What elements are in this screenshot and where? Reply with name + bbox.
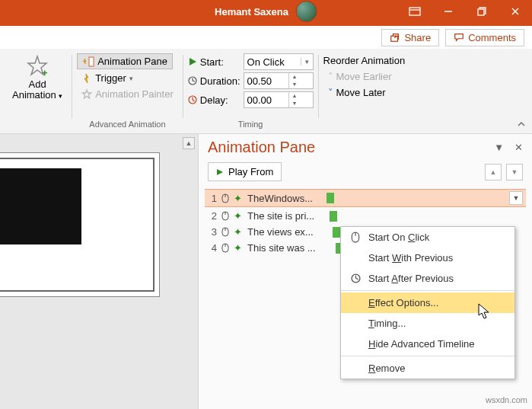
menu-hide-advanced-timeline[interactable]: Hide Advanced Timeline — [341, 334, 514, 354]
reorder-group: Reorder Animation ˄ Move Earlier ˅ Move … — [319, 53, 415, 132]
move-down-button[interactable]: ▼ — [506, 164, 523, 181]
start-dropdown[interactable]: On Click ▾ — [244, 53, 314, 70]
track-label: The site is pri... — [247, 210, 323, 222]
animation-pane-icon — [82, 56, 94, 67]
timeline-bar — [330, 211, 337, 222]
mouse-cursor-icon — [478, 303, 492, 322]
move-up-button[interactable]: ▲ — [485, 164, 502, 181]
play-from-label: Play From — [228, 166, 273, 177]
track-label: TheWindows... — [247, 193, 323, 204]
timing-group: Start: On Click ▾ Duration: 00.50 ▲▼ Del… — [183, 53, 318, 132]
track-number: 1 — [208, 193, 217, 204]
add-animation-button[interactable]: + Add Animation ▾ — [8, 53, 67, 103]
track-number: 2 — [208, 210, 217, 222]
delay-spinbox[interactable]: 00.00 ▲▼ — [244, 91, 314, 108]
start-play-icon — [188, 57, 197, 66]
watermark-text: wsxdn.com — [486, 395, 527, 404]
share-icon — [390, 32, 400, 43]
animation-painter-button[interactable]: Animation Painter — [77, 87, 178, 101]
entrance-effect-icon: ✦ — [234, 193, 244, 204]
mouse-click-icon — [349, 232, 362, 243]
svg-marker-13 — [190, 58, 196, 66]
trigger-icon — [81, 73, 92, 84]
duration-spinbox[interactable]: 00.50 ▲▼ — [244, 72, 314, 89]
entrance-effect-icon: ✦ — [234, 226, 244, 238]
ribbon-display-options-button[interactable] — [398, 0, 432, 23]
menu-label: Start With Previous — [368, 252, 453, 264]
menu-start-on-click[interactable]: Start On Click — [341, 227, 514, 248]
duration-label: Duration: — [188, 75, 241, 87]
menu-label: Remove — [368, 363, 405, 374]
user-name: Hemant Saxena — [215, 6, 288, 18]
animation-pane-ribbon-label: Animation Pane — [97, 56, 167, 67]
menu-start-with-previous[interactable]: Start With Previous — [341, 248, 514, 268]
animation-pane-close-button[interactable]: ✕ — [514, 142, 523, 153]
mouse-click-icon — [220, 211, 231, 221]
avatar[interactable] — [296, 1, 317, 22]
play-icon — [216, 168, 224, 176]
menu-label: Effect Options... — [368, 297, 438, 308]
slide-content-border — [0, 158, 155, 292]
svg-rect-0 — [409, 8, 420, 15]
chevron-down-icon: ▾ — [301, 58, 313, 66]
animation-pane-header: Animation Pane ▼ ✕ — [199, 134, 532, 159]
svg-line-16 — [193, 81, 195, 81]
ribbon-collapse-button[interactable] — [515, 118, 527, 130]
chevron-down-icon: ˅ — [328, 87, 333, 98]
slide-editor-area[interactable]: ▲ , a — [0, 134, 198, 409]
timing-group-label: Timing — [183, 120, 318, 129]
ribbon: + Add Animation ▾ Animation Pane Trigger… — [0, 49, 532, 134]
menu-label: Timing... — [368, 318, 406, 329]
window-buttons — [398, 0, 532, 23]
add-animation-group: + Add Animation ▾ — [3, 53, 72, 132]
animation-track-2[interactable]: 2 ✦ The site is pri... — [205, 209, 526, 223]
menu-remove[interactable]: Remove — [341, 358, 514, 379]
move-later-label: Move Later — [336, 87, 386, 98]
svg-marker-10 — [84, 59, 87, 64]
comments-button[interactable]: Comments — [445, 29, 524, 46]
svg-rect-9 — [89, 57, 94, 66]
menu-start-after-previous[interactable]: Start After Previous — [341, 268, 514, 289]
menu-label: Start On Click — [368, 232, 429, 243]
svg-marker-11 — [84, 74, 88, 83]
close-button[interactable] — [499, 0, 532, 23]
svg-marker-34 — [479, 304, 489, 318]
advanced-animation-group-label: Advanced Animation — [72, 120, 183, 129]
scroll-up-button[interactable]: ▲ — [183, 137, 195, 149]
delay-label: Delay: — [188, 94, 241, 106]
svg-line-19 — [193, 100, 195, 101]
minimize-button[interactable] — [432, 0, 465, 23]
menu-label: Start After Previous — [368, 273, 454, 284]
animation-track-1[interactable]: 1 ✦ TheWindows... ▼ — [205, 189, 526, 207]
entrance-effect-icon: ✦ — [234, 242, 244, 254]
slide-image-placeholder — [0, 168, 81, 244]
track-dropdown-button[interactable]: ▼ — [509, 191, 523, 205]
delay-spinner[interactable]: ▲▼ — [288, 92, 301, 107]
advanced-animation-group: Animation Pane Trigger ▾ Animation Paint… — [72, 53, 183, 132]
duration-spinner[interactable]: ▲▼ — [288, 73, 301, 88]
track-label: The views ex... — [247, 226, 323, 238]
animation-pane-title: Animation Pane — [208, 139, 315, 156]
start-label: Start: — [188, 56, 241, 68]
title-center: Hemant Saxena — [215, 1, 317, 22]
trigger-button[interactable]: Trigger ▾ — [77, 71, 138, 85]
track-number: 3 — [208, 226, 217, 238]
play-from-button[interactable]: Play From — [208, 162, 282, 181]
delay-value: 00.00 — [244, 94, 288, 106]
share-button[interactable]: Share — [381, 29, 439, 46]
reorder-label: Reorder Animation — [323, 55, 406, 66]
entrance-effect-icon: ✦ — [234, 210, 244, 222]
move-earlier-button[interactable]: ˄ Move Earlier — [323, 69, 397, 84]
slide-thumbnail[interactable] — [0, 152, 160, 297]
animation-pane-button[interactable]: Animation Pane — [77, 53, 173, 69]
clock-icon — [349, 273, 362, 283]
share-label: Share — [404, 32, 431, 43]
animation-pane-options-button[interactable]: ▼ — [494, 142, 504, 153]
maximize-button[interactable] — [465, 0, 499, 23]
track-number: 4 — [208, 242, 217, 254]
move-later-button[interactable]: ˅ Move Later — [323, 85, 390, 100]
timeline-bar — [333, 227, 340, 238]
animation-painter-label: Animation Painter — [95, 88, 174, 100]
comments-label: Comments — [468, 32, 516, 43]
title-bar: Hemant Saxena — [0, 0, 532, 23]
